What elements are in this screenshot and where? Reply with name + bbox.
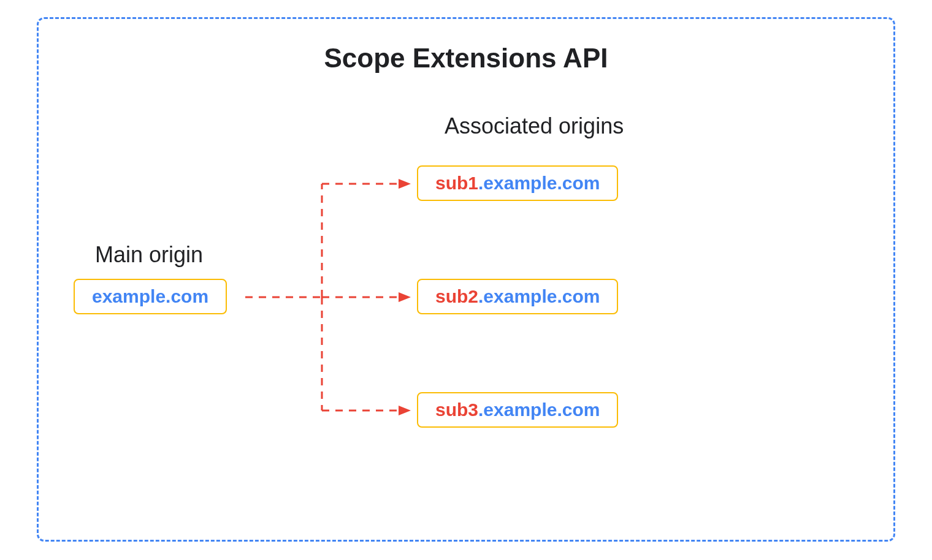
associated-origin-box-3: sub3.example.com <box>417 392 618 428</box>
associated-origins-label: Associated origins <box>445 113 624 139</box>
diagram-title: Scope Extensions API <box>324 43 608 74</box>
domain-suffix-2: .example.com <box>478 286 600 306</box>
associated-origin-box-2: sub2.example.com <box>417 279 618 314</box>
associated-origin-box-1: sub1.example.com <box>417 165 618 201</box>
main-origin-label: Main origin <box>95 242 203 268</box>
main-origin-domain: example.com <box>92 286 208 306</box>
domain-suffix-3: .example.com <box>478 399 600 420</box>
sub-prefix-2: sub2 <box>435 286 478 306</box>
sub-prefix-3: sub3 <box>435 399 478 420</box>
domain-suffix-1: .example.com <box>478 173 600 193</box>
main-origin-box: example.com <box>74 279 227 314</box>
sub-prefix-1: sub1 <box>435 173 478 193</box>
